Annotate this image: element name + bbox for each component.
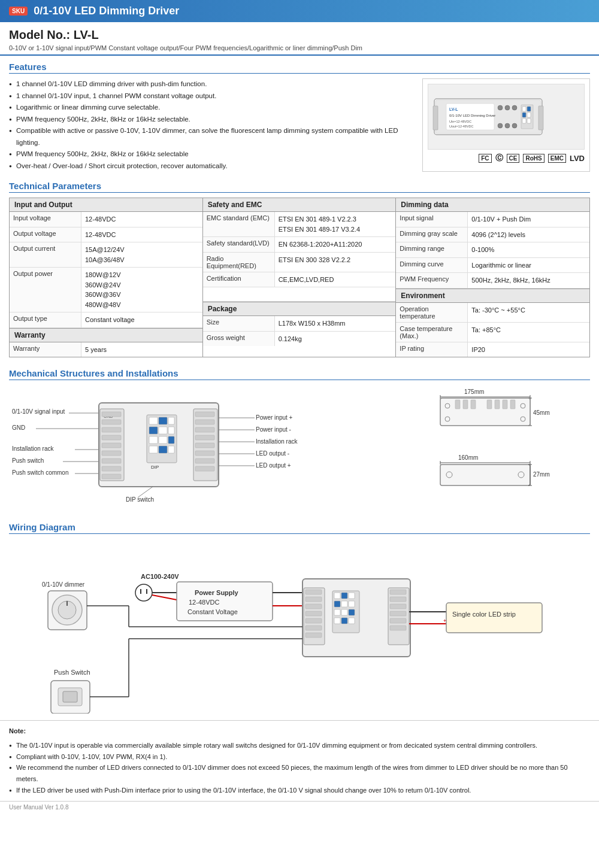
- mechanical-left: 0/1-10V signal input GND Installation ra…: [9, 385, 413, 512]
- header-title: 0/1-10V LED Dimming Driver: [34, 5, 179, 17]
- svg-rect-142: [334, 601, 340, 607]
- svg-rect-66: [195, 466, 214, 471]
- svg-rect-93: [463, 400, 468, 409]
- svg-text:DIP switch: DIP switch: [126, 496, 154, 503]
- param-value: L178x W150 x H38mm: [275, 316, 396, 331]
- svg-line-115: [152, 595, 177, 600]
- svg-text:LV-L: LV-L: [449, 107, 458, 111]
- svg-rect-45: [149, 417, 158, 424]
- svg-rect-39: [102, 443, 121, 448]
- param-value: 12-48VDC: [81, 227, 202, 242]
- svg-rect-98: [510, 400, 515, 409]
- cert-ce: CE: [507, 154, 520, 163]
- svg-point-14: [512, 123, 517, 128]
- svg-rect-18: [522, 119, 526, 123]
- svg-rect-153: [446, 603, 542, 633]
- svg-rect-136: [390, 618, 406, 623]
- param-value: ETSI EN 301 489-1 V2.2.3 ETSI EN 301 489…: [275, 212, 396, 236]
- svg-rect-128: [305, 618, 322, 623]
- svg-rect-48: [149, 427, 158, 434]
- svg-rect-2: [433, 106, 438, 130]
- param-row: Input signal 0/1-10V + Push Dim: [396, 212, 589, 227]
- param-value: 12-48VDC: [81, 212, 202, 227]
- mechanical-right: 175mm 45mm: [422, 385, 590, 512]
- svg-rect-47: [168, 417, 174, 424]
- param-row: Size L178x W150 x H38mm: [203, 316, 396, 332]
- svg-point-11: [512, 105, 517, 110]
- note-item: Compliant with 0-10V, 1-10V, 10V PWM, RX…: [9, 751, 590, 763]
- param-row: Input voltage 12-48VDC: [10, 212, 202, 227]
- svg-text:Uout=12-48VDC: Uout=12-48VDC: [449, 125, 474, 128]
- svg-text:0/1-10V LED Dimming Driver: 0/1-10V LED Dimming Driver: [449, 114, 495, 117]
- param-row: Certification CE,EMC,LVD,RED: [203, 272, 396, 288]
- svg-rect-63: [195, 443, 214, 448]
- param-label: Gross weight: [203, 332, 275, 347]
- svg-rect-60: [195, 420, 214, 424]
- svg-rect-141: [349, 593, 355, 599]
- svg-rect-54: [149, 446, 158, 453]
- param-row: Output voltage 12-48VDC: [10, 227, 202, 243]
- svg-text:Power input -: Power input -: [256, 426, 291, 433]
- note-item: The 0/1-10V input is operable via commer…: [9, 740, 590, 751]
- col-header-dimming: Dimming data: [396, 198, 589, 212]
- params-grid: Input and Output Input voltage 12-48VDC …: [9, 198, 590, 357]
- param-value: ETSI EN 300 328 V2.2.2: [275, 253, 396, 272]
- param-label: Certification: [203, 272, 275, 287]
- param-row: Output type Constant voltage: [10, 312, 202, 328]
- svg-rect-140: [341, 593, 347, 599]
- svg-text:160mm: 160mm: [458, 454, 478, 461]
- svg-rect-92: [455, 400, 460, 409]
- svg-rect-64: [195, 451, 214, 456]
- svg-text:LED output +: LED output +: [256, 462, 291, 469]
- param-row: Safety standard(LVD) EN 62368-1:2020+A11…: [203, 237, 396, 253]
- svg-text:Installation rack: Installation rack: [12, 445, 54, 452]
- svg-text:Uin=12-48VDC: Uin=12-48VDC: [449, 120, 471, 123]
- svg-rect-55: [159, 446, 167, 453]
- svg-rect-36: [102, 420, 121, 424]
- svg-text:12-48VDC: 12-48VDC: [189, 599, 219, 606]
- svg-point-13: [505, 123, 510, 128]
- param-row: Dimming gray scale 4096 (2^12) levels: [396, 227, 589, 243]
- param-value: IP20: [468, 342, 589, 357]
- param-row: Case temperature (Max.) Ta: +85°C: [396, 323, 589, 342]
- svg-rect-59: [195, 412, 214, 417]
- features-content: 1 channel 0/1-10V LED dimming driver wit…: [9, 78, 590, 172]
- svg-rect-65: [195, 459, 214, 463]
- cert-lvd: LVD: [570, 154, 585, 163]
- svg-rect-19: [527, 107, 531, 111]
- params-col-dimming: Dimming data Input signal 0/1-10V + Push…: [396, 198, 589, 357]
- svg-rect-41: [102, 459, 121, 463]
- param-label: Input signal: [396, 212, 468, 227]
- feature-item: 1 channel 0/1-10V input, 1 channel PWM c…: [9, 90, 413, 102]
- param-label: PWM Frequency: [396, 273, 468, 288]
- svg-text:175mm: 175mm: [464, 389, 484, 395]
- svg-rect-126: [305, 604, 322, 609]
- mechanical-diagrams: 0/1-10V signal input GND Installation ra…: [9, 385, 590, 512]
- svg-text:AC100-240V: AC100-240V: [141, 573, 179, 580]
- svg-rect-127: [305, 611, 322, 616]
- svg-text:GND: GND: [12, 424, 25, 431]
- svg-rect-50: [168, 427, 174, 434]
- product-image: LV-L 0/1-10V LED Dimming Driver Uin=12-4…: [428, 84, 585, 150]
- svg-rect-46: [159, 417, 167, 424]
- notes-section: Note: The 0/1-10V input is operable via …: [0, 720, 599, 800]
- svg-point-10: [505, 105, 510, 110]
- svg-rect-94: [471, 400, 476, 409]
- notes-title: Note:: [9, 726, 590, 737]
- param-label: EMC standard (EMC): [203, 212, 275, 236]
- param-row: EMC standard (EMC) ETSI EN 301 489-1 V2.…: [203, 212, 396, 237]
- param-label: Operation temperature: [396, 303, 468, 322]
- param-label: Safety standard(LVD): [203, 237, 275, 252]
- param-label: Output power: [10, 268, 81, 312]
- svg-rect-129: [305, 626, 322, 630]
- cert-bar: FC Ⓒ CE RoHS EMC LVD: [428, 153, 585, 163]
- param-row: Gross weight 0.124kg: [203, 332, 396, 347]
- col-header-io: Input and Output: [10, 198, 202, 212]
- param-label: Dimming curve: [396, 258, 468, 273]
- svg-text:Push switch: Push switch: [12, 457, 44, 464]
- note-item: We recommend the number of LED drivers c…: [9, 762, 590, 784]
- param-label: Warranty: [10, 342, 81, 357]
- param-value: Constant voltage: [81, 312, 202, 327]
- param-row: Warranty 5 years: [10, 342, 202, 357]
- svg-rect-95: [487, 400, 492, 409]
